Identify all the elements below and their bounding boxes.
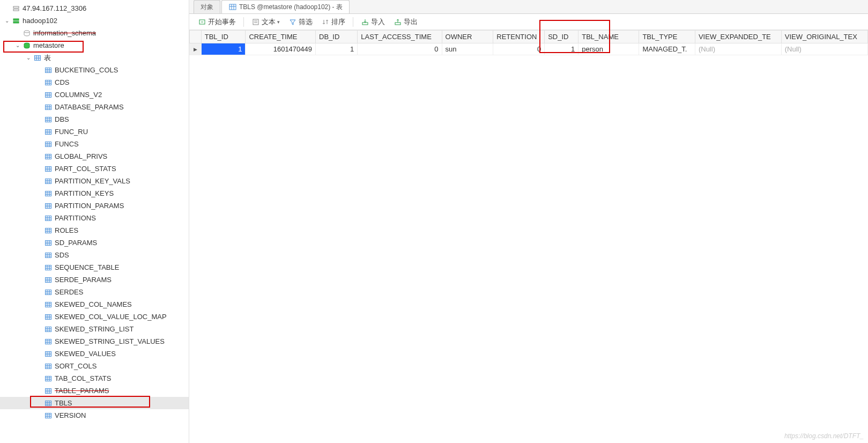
cell-tbl_name[interactable]: person [578, 43, 639, 55]
tree-node-serdes[interactable]: SERDES [0, 286, 189, 298]
tree-node-skewed-string-list-values[interactable]: SKEWED_STRING_LIST_VALUES [0, 335, 189, 348]
column-header-owner[interactable]: OWNER [442, 31, 493, 43]
cell-db_id[interactable]: 1 [316, 43, 358, 55]
tree-node-funcs[interactable]: FUNCS [0, 138, 189, 150]
chevron-down-icon[interactable]: ⌄ [25, 55, 32, 61]
text-icon [251, 18, 260, 26]
svg-rect-126 [46, 351, 51, 356]
column-header-view_expanded_te[interactable]: VIEW_EXPANDED_TE [695, 31, 781, 43]
tree-node-label: SDS [55, 251, 69, 259]
tree-node-bucketing-cols[interactable]: BUCKETING_COLS [0, 64, 189, 76]
table-icon [44, 300, 53, 309]
tree-node-47-94-167-112-3306[interactable]: 47.94.167.112_3306 [0, 2, 189, 14]
table-icon [44, 337, 53, 346]
column-header-create_time[interactable]: CREATE_TIME [246, 31, 316, 43]
tree-node-partition-params[interactable]: PARTITION_PARAMS [0, 200, 189, 212]
import-icon [361, 18, 369, 26]
column-header-db_id[interactable]: DB_ID [316, 31, 358, 43]
row-handle[interactable]: ▶ [190, 43, 202, 55]
chevron-down-icon[interactable]: ⌄ [14, 42, 21, 48]
column-header-tbl_id[interactable]: TBL_ID [201, 31, 246, 43]
tree-node-sequence-table[interactable]: SEQUENCE_TABLE [0, 261, 189, 274]
tab-tbls[interactable]: TBLS @metastore (hadoop102) - 表 [221, 0, 350, 13]
svg-rect-21 [46, 92, 51, 97]
tree-node-metastore[interactable]: ⌄metastore [0, 39, 189, 51]
svg-rect-46 [46, 154, 51, 159]
svg-rect-165 [395, 23, 400, 25]
import-button[interactable]: 导入 [358, 16, 388, 28]
svg-rect-16 [46, 80, 51, 85]
data-grid[interactable]: TBL_IDCREATE_TIMEDB_IDLAST_ACCESS_TIMEOW… [189, 30, 868, 55]
tree-node-information-schema[interactable]: information_schema [0, 27, 189, 39]
tree-node-sort-cols[interactable]: SORT_COLS [0, 360, 189, 372]
data-grid-wrap[interactable]: TBL_IDCREATE_TIMEDB_IDLAST_ACCESS_TIMEOW… [189, 30, 868, 443]
tree-node-dbs[interactable]: DBS [0, 113, 189, 125]
cell-tbl_id[interactable]: 1 [201, 43, 246, 55]
tree-node-tab-col-stats[interactable]: TAB_COL_STATS [0, 372, 189, 385]
table-row[interactable]: ▶1160147044910sun01personMANAGED_T.(Null… [190, 43, 868, 55]
sort-button[interactable]: 排序 [318, 16, 348, 28]
cell-view_original_tex[interactable]: (Null) [781, 43, 867, 55]
column-header-last_access_time[interactable]: LAST_ACCESS_TIME [358, 31, 442, 43]
table-icon [44, 362, 53, 371]
table-icon [44, 115, 53, 124]
tree-node-label: VERSION [55, 411, 86, 419]
begin-transaction-label: 开始事务 [208, 17, 236, 27]
tree-node-global-privs[interactable]: GLOBAL_PRIVS [0, 150, 189, 163]
tree-node-columns-v2[interactable]: COLUMNS_V2 [0, 88, 189, 101]
tree-node-hadoop102[interactable]: ⌄hadoop102 [0, 14, 189, 27]
tree-node-label: PARTITION_PARAMS [55, 202, 124, 210]
tree-node-cds[interactable]: CDS [0, 76, 189, 88]
filter-button[interactable]: 筛选 [285, 16, 316, 28]
tree-node-serde-params[interactable]: SERDE_PARAMS [0, 274, 189, 286]
tree-node-skewed-values[interactable]: SKEWED_VALUES [0, 348, 189, 360]
tree-node-label: SKEWED_COL_VALUE_LOC_MAP [55, 313, 167, 321]
tree-node-partitions[interactable]: PARTITIONS [0, 212, 189, 224]
tree-node-roles[interactable]: ROLES [0, 224, 189, 237]
tab-objects[interactable]: 对象 [194, 0, 220, 13]
tree-node-table-params[interactable]: TABLE_PARAMS [0, 385, 189, 397]
tree-node-partition-keys[interactable]: PARTITION_KEYS [0, 187, 189, 200]
db-gray-icon [23, 29, 31, 38]
tree-node-label: PARTITION_KEYS [55, 189, 114, 197]
cell-owner[interactable]: sun [442, 43, 493, 55]
tree-node-version[interactable]: VERSION [0, 409, 189, 422]
cell-sd_id[interactable]: 1 [545, 43, 578, 55]
tree-node-sds[interactable]: SDS [0, 249, 189, 261]
tree-node-part-col-stats[interactable]: PART_COL_STATS [0, 163, 189, 175]
tree-node-label: COLUMNS_V2 [55, 91, 102, 99]
table-icon [44, 128, 53, 136]
svg-rect-86 [46, 253, 51, 257]
column-header-tbl_type[interactable]: TBL_TYPE [639, 31, 695, 43]
chevron-down-icon[interactable]: ⌄ [3, 18, 11, 24]
svg-rect-121 [46, 339, 51, 344]
cell-retention[interactable]: 0 [493, 43, 545, 55]
separator [353, 17, 353, 27]
tree-node--[interactable]: ⌄表 [0, 51, 189, 64]
begin-transaction-button[interactable]: 开始事务 [195, 16, 239, 28]
cell-tbl_type[interactable]: MANAGED_T. [639, 43, 695, 55]
column-header-retention[interactable]: RETENTION [493, 31, 545, 43]
chevron-down-icon: ▾ [277, 19, 280, 25]
column-header-tbl_name[interactable]: TBL_NAME [578, 31, 639, 43]
tree-node-skewed-col-value-loc-map[interactable]: SKEWED_COL_VALUE_LOC_MAP [0, 311, 189, 323]
tree-node-skewed-string-list[interactable]: SKEWED_STRING_LIST [0, 323, 189, 335]
connection-tree[interactable]: 47.94.167.112_3306⌄hadoop102information_… [0, 0, 189, 443]
tree-node-database-params[interactable]: DATABASE_PARAMS [0, 101, 189, 113]
tree-node-partition-key-vals[interactable]: PARTITION_KEY_VALS [0, 175, 189, 187]
table-icon [44, 411, 53, 420]
tree-node-skewed-col-names[interactable]: SKEWED_COL_NAMES [0, 298, 189, 311]
column-header-sd_id[interactable]: SD_ID [545, 31, 578, 43]
text-button[interactable]: 文本 ▾ [248, 16, 283, 28]
cell-create_time[interactable]: 1601470449 [246, 43, 316, 55]
svg-rect-31 [46, 117, 51, 122]
svg-rect-0 [13, 6, 19, 8]
tree-node-tbls[interactable]: TBLS [0, 397, 189, 409]
cell-last_access_time[interactable]: 0 [358, 43, 442, 55]
cell-view_expanded_te[interactable]: (Null) [695, 43, 781, 55]
tree-node-func-ru[interactable]: FUNC_RU [0, 125, 189, 138]
table-icon [44, 313, 53, 321]
tree-node-sd-params[interactable]: SD_PARAMS [0, 237, 189, 249]
export-button[interactable]: 导出 [390, 16, 421, 28]
column-header-view_original_tex[interactable]: VIEW_ORIGINAL_TEX [781, 31, 867, 43]
